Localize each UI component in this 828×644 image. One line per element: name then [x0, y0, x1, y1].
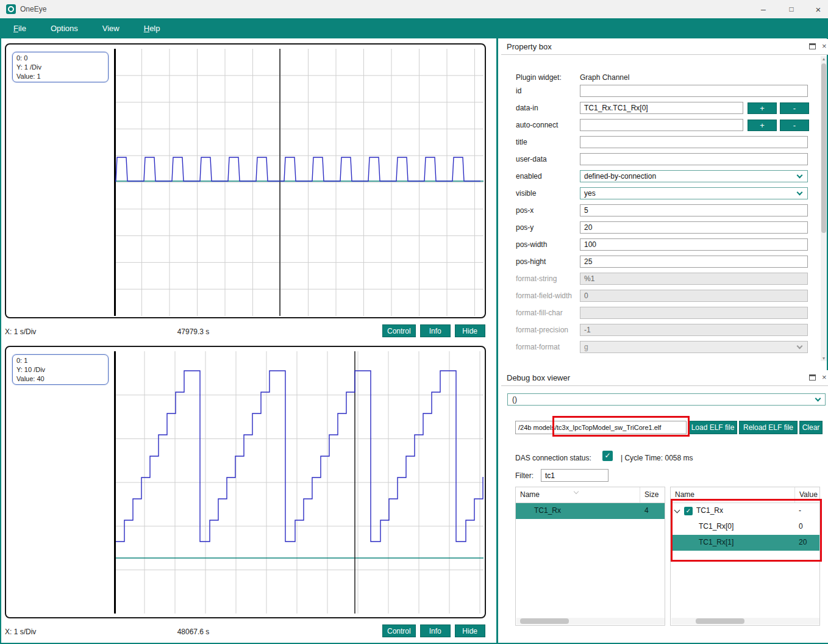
dock-float-icon[interactable] [809, 43, 816, 49]
reload-elf-button[interactable]: Reload ELF file [739, 421, 798, 434]
cycle-time-label: | Cycle Time: 0058 ms [621, 454, 693, 462]
dock-close-icon[interactable]: × [822, 41, 828, 51]
property-row-visible: visibleyes [501, 187, 822, 201]
plugin-widget-value: Graph Channel [580, 73, 629, 82]
property-box-panel: Plugin widget: Graph Channel iddata-in+-… [501, 55, 822, 370]
field-label-format-fill-char: format-fill-char [516, 309, 563, 317]
debug-box-title: Debug box viewer [507, 373, 570, 382]
field-input-auto-connect[interactable] [580, 119, 743, 131]
field-input-id[interactable] [580, 85, 808, 97]
column-header-label: Name [520, 490, 540, 499]
selected-value: yes [584, 189, 596, 198]
chevron-down-icon [797, 173, 803, 179]
field-input-pos-x[interactable] [580, 204, 808, 216]
hide-button[interactable]: Hide [455, 624, 485, 637]
menu-item-help[interactable]: Help [132, 18, 173, 38]
panel-splitter[interactable] [496, 38, 498, 643]
cursor-value-label: Value: 40 [16, 374, 104, 384]
field-input-pos-width[interactable] [580, 238, 808, 251]
property-row-data-in: data-in+- [501, 102, 822, 115]
field-label-auto-connect: auto-connect [516, 121, 558, 129]
y-div-label: Y: 10 /Div [16, 365, 104, 374]
debug-box-header: Debug box viewer × [501, 370, 828, 386]
scope-button-row: Control Info Hide [382, 324, 485, 337]
scroll-down-icon[interactable]: ▾ [821, 356, 827, 361]
field-input-pos-y[interactable] [580, 221, 808, 234]
close-icon[interactable]: × [806, 0, 828, 18]
info-button[interactable]: Info [420, 324, 451, 337]
add-auto-connect-button[interactable]: + [748, 120, 777, 131]
property-box-title: Property box [507, 42, 552, 51]
property-row-pos-width: pos-width [501, 238, 822, 252]
graph-panel-bottom: 0: 1 Y: 10 /Div Value: 40 [5, 346, 486, 618]
field-input-format-fill-char[interactable] [580, 307, 808, 319]
y-div-label: Y: 1 /Div [16, 63, 104, 72]
load-elf-button[interactable]: Load ELF file [688, 421, 737, 434]
field-input-user-data[interactable] [580, 153, 808, 165]
filter-input[interactable] [541, 469, 609, 482]
field-input-pos-hight[interactable] [580, 256, 808, 268]
chevron-down-icon [797, 343, 803, 349]
maximize-icon[interactable]: □ [779, 0, 804, 18]
remove-data-in-button[interactable]: - [780, 102, 809, 114]
menu-item-view[interactable]: View [90, 18, 132, 38]
field-input-format-string[interactable] [580, 273, 808, 285]
column-header-size[interactable]: Size [640, 487, 665, 503]
v-scrollbar-thumb[interactable] [821, 63, 826, 233]
cursor-time-label: 47979.3 s [145, 327, 242, 336]
chevron-down-icon [815, 396, 821, 402]
field-label-pos-x: pos-x [516, 206, 534, 215]
dock-float-icon[interactable] [809, 374, 816, 381]
symbol-row-TC1_Rx[interactable]: TC1_Rx4 [516, 503, 665, 519]
menu-item-file[interactable]: File [1, 18, 38, 38]
field-label-id: id [516, 87, 521, 95]
property-row-enabled: enableddefined-by-connection [501, 170, 822, 184]
scroll-up-icon[interactable]: ▴ [821, 56, 827, 62]
field-label-data-in: data-in [516, 104, 538, 112]
field-input-title[interactable] [580, 136, 808, 148]
field-label-title: title [516, 138, 527, 146]
signal-trace [115, 157, 480, 181]
waveform-plot-top[interactable] [114, 49, 484, 316]
symbol-size: 4 [644, 506, 649, 515]
info-button[interactable]: Info [420, 624, 451, 637]
h-scrollbar[interactable] [671, 618, 819, 624]
clear-button[interactable]: Clear [799, 421, 823, 434]
property-row-pos-hight: pos-hight [501, 256, 822, 269]
control-button[interactable]: Control [382, 324, 416, 337]
dock-close-icon[interactable]: × [822, 373, 828, 382]
field-input-format-field-width[interactable] [580, 290, 808, 302]
field-input-data-in[interactable] [580, 102, 743, 114]
column-header-name[interactable]: Name [516, 487, 640, 503]
add-data-in-button[interactable]: + [748, 102, 777, 114]
field-select-enabled[interactable]: defined-by-connection [580, 170, 808, 182]
scope-button-row: Control Info Hide [382, 624, 485, 637]
field-select-visible[interactable]: yes [580, 187, 808, 199]
h-scrollbar[interactable] [516, 618, 665, 624]
property-row-format-fill-char: format-fill-char [501, 307, 822, 320]
symbol-table-header: Name Size [516, 487, 665, 503]
chevron-down-icon [797, 190, 803, 196]
menu-label: ile [18, 24, 26, 33]
field-input-format-precision[interactable] [580, 324, 808, 336]
selected-value: defined-by-connection [584, 172, 656, 181]
minimize-icon[interactable]: – [751, 0, 776, 18]
property-row-id: id [501, 85, 822, 98]
h-scrollbar-thumb[interactable] [520, 618, 569, 624]
property-row-pos-x: pos-x [501, 204, 822, 218]
hide-button[interactable]: Hide [455, 324, 485, 337]
debug-box-select[interactable]: () [507, 393, 826, 406]
menu-bar: FileOptionsViewHelp [0, 18, 828, 38]
field-label-pos-width: pos-width [516, 240, 547, 249]
field-select-format-format[interactable]: g [580, 341, 808, 353]
menu-item-options[interactable]: Options [38, 18, 90, 38]
filter-label: Filter: [515, 471, 534, 480]
h-scrollbar-thumb[interactable] [696, 618, 744, 624]
plugin-widget-label: Plugin widget: [516, 73, 562, 82]
das-status-checkbox[interactable]: ✓ [602, 451, 613, 461]
waveform-plot-bottom[interactable] [114, 351, 484, 614]
control-button[interactable]: Control [382, 624, 416, 637]
symbol-name: TC1_Rx [534, 506, 561, 515]
remove-auto-connect-button[interactable]: - [780, 120, 809, 131]
v-scrollbar[interactable]: ▴ ▾ [821, 56, 827, 361]
